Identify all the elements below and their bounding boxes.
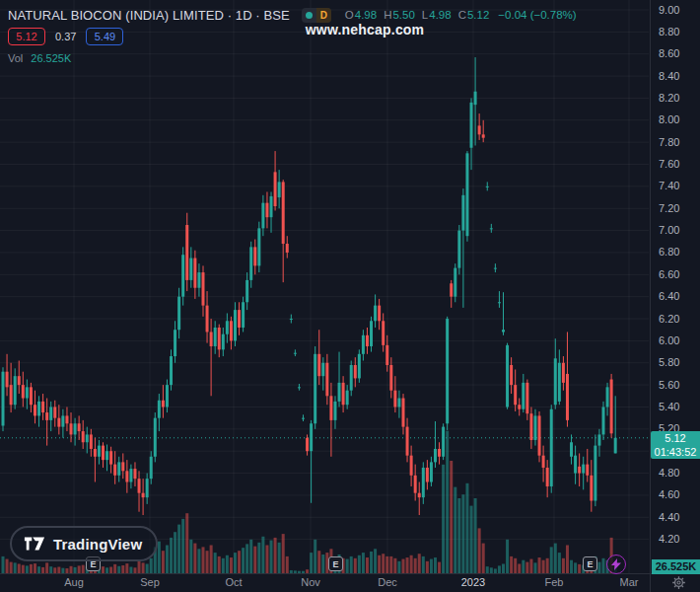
axis-settings-gear-icon[interactable] [671,575,686,590]
svg-text:5.40: 5.40 [659,401,679,412]
svg-text:8.40: 8.40 [659,70,679,82]
interval-badge[interactable]: D [302,8,331,23]
svg-text:6.20: 6.20 [659,313,679,325]
svg-text:8.60: 8.60 [659,47,679,59]
svg-text:6.00: 6.00 [659,334,679,346]
site-watermark: www.nehcap.com [0,22,700,37]
svg-text:2023: 2023 [461,576,485,588]
symbol-title[interactable]: NATURAL BIOCON (INDIA) LIMITED · 1D · BS… [8,8,290,23]
tradingview-chart-window: 9.008.808.608.408.208.007.807.607.407.20… [0,0,700,592]
earnings-marker-badge[interactable]: E [328,556,343,571]
tradingview-logo-icon [24,536,45,552]
svg-text:4.40: 4.40 [659,511,679,523]
earnings-marker-badge[interactable]: E [583,556,597,571]
svg-text:Sep: Sep [140,576,160,588]
svg-text:Oct: Oct [225,576,242,588]
svg-text:4.20: 4.20 [659,533,679,545]
last-price-axis-label: 5.12 01:43:52 [651,431,700,459]
svg-text:5.60: 5.60 [659,379,679,391]
countdown-timer: 01:43:52 [651,445,700,459]
svg-text:6.80: 6.80 [659,246,679,258]
volume-axis-label: 26.525K [652,559,700,574]
svg-text:6.60: 6.60 [659,268,679,280]
svg-text:7.20: 7.20 [659,202,679,214]
svg-text:Nov: Nov [301,576,320,588]
market-status-icon [302,8,316,23]
svg-text:8.00: 8.00 [659,113,679,125]
svg-text:Dec: Dec [378,576,397,588]
ohlc-values: O4.98 H5.50 L4.98 C5.12 −0.04 (−0.78%) [345,9,577,21]
svg-text:7.60: 7.60 [659,158,679,170]
last-price-value: 5.12 [651,431,700,445]
volume-label: Vol [8,52,23,64]
svg-text:Mar: Mar [620,576,639,588]
svg-text:8.20: 8.20 [659,92,679,104]
svg-text:4.80: 4.80 [659,467,679,479]
tradingview-logo[interactable]: TradingView [10,526,158,561]
svg-text:9.00: 9.00 [659,4,679,16]
svg-text:4.60: 4.60 [659,488,679,500]
svg-text:7.00: 7.00 [659,224,679,236]
svg-text:7.80: 7.80 [659,136,679,148]
tradingview-logo-text: TradingView [53,536,142,553]
volume-legend-row: Vol26.525K [8,52,577,64]
candlestick-chart[interactable]: 9.008.808.608.408.208.007.807.607.407.20… [0,0,700,592]
interval-badge-label: D [316,8,331,23]
svg-text:7.40: 7.40 [659,180,679,191]
svg-text:Feb: Feb [545,576,564,588]
volume-value: 26.525K [31,52,71,64]
change-value: −0.04 (−0.78%) [498,9,576,21]
svg-text:Aug: Aug [64,576,84,588]
svg-text:5.80: 5.80 [659,356,679,368]
lightning-marker-icon[interactable] [606,555,626,574]
svg-text:6.40: 6.40 [659,290,679,302]
